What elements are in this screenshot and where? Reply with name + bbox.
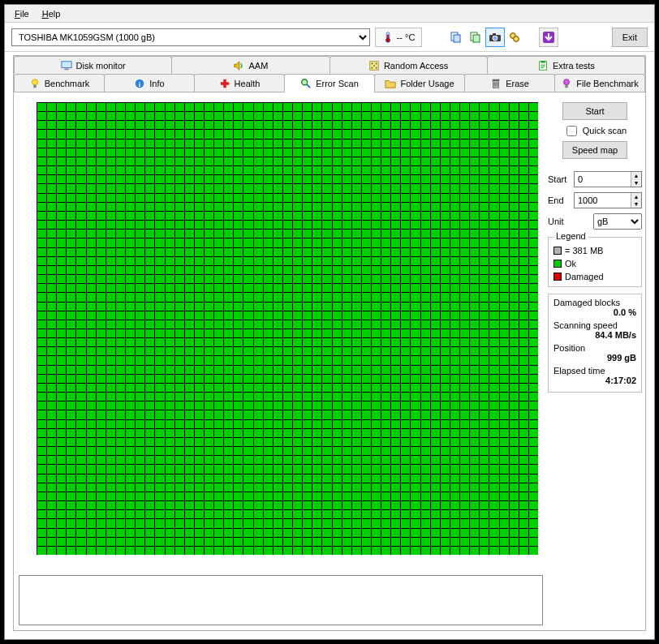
end-input[interactable] bbox=[575, 193, 631, 208]
tab-aam[interactable]: AAM bbox=[171, 56, 330, 74]
svg-rect-16 bbox=[64, 68, 68, 70]
unit-select[interactable]: gB bbox=[593, 213, 642, 230]
tab-body-error-scan: Start Quick scan Speed map Start ▲▼ End bbox=[14, 92, 645, 630]
drive-select[interactable]: TOSHIBA MK1059GSM (1000 gB) bbox=[11, 28, 370, 46]
folder-icon bbox=[385, 78, 396, 89]
tab-frame: Disk monitor AAM Random Access Extra tes… bbox=[13, 55, 646, 631]
legend-ok-label: Ok bbox=[565, 259, 576, 268]
svg-point-12 bbox=[512, 35, 514, 36]
svg-rect-39 bbox=[566, 84, 569, 88]
screenshot-icon[interactable] bbox=[485, 28, 505, 47]
svg-rect-30 bbox=[220, 82, 229, 85]
download-icon[interactable] bbox=[539, 28, 558, 47]
menubar: File Help bbox=[5, 5, 654, 23]
damaged-blocks-value: 0.0 % bbox=[553, 307, 636, 317]
start-input[interactable] bbox=[575, 172, 631, 187]
tab-info[interactable]: i Info bbox=[104, 74, 195, 92]
exit-button[interactable]: Exit bbox=[612, 28, 648, 47]
svg-rect-34 bbox=[493, 79, 500, 80]
log-box bbox=[19, 575, 543, 625]
start-button[interactable]: Start bbox=[562, 102, 627, 120]
speaker-icon bbox=[233, 60, 244, 71]
end-up[interactable]: ▲ bbox=[631, 193, 641, 200]
stats-box: Damaged blocks 0.0 % Scanning speed 84.4… bbox=[548, 294, 642, 393]
tab-extra-tests[interactable]: Extra tests bbox=[487, 56, 645, 74]
tab-row-bottom: Benchmark i Info Health Error Scan Folde… bbox=[14, 74, 645, 92]
speed-map-button[interactable]: Speed map bbox=[562, 141, 627, 159]
legend-block-label: = 381 MB bbox=[565, 246, 603, 255]
tab-row-top: Disk monitor AAM Random Access Extra tes… bbox=[14, 56, 645, 74]
start-spinner[interactable]: ▲▼ bbox=[574, 171, 642, 187]
start-down[interactable]: ▼ bbox=[631, 179, 641, 187]
svg-point-18 bbox=[371, 62, 373, 64]
position-label: Position bbox=[553, 343, 636, 353]
damaged-blocks-label: Damaged blocks bbox=[553, 298, 636, 307]
menu-file[interactable]: File bbox=[10, 7, 34, 20]
svg-point-19 bbox=[376, 62, 377, 64]
bulb-icon bbox=[29, 78, 41, 89]
tab-error-scan[interactable]: Error Scan bbox=[284, 74, 375, 92]
svg-rect-15 bbox=[61, 61, 71, 67]
magnifier-icon bbox=[300, 78, 312, 89]
end-spinner[interactable]: ▲▼ bbox=[574, 192, 642, 208]
svg-point-13 bbox=[515, 38, 517, 40]
copy-disk-icon[interactable] bbox=[466, 28, 485, 47]
svg-rect-2 bbox=[387, 34, 389, 40]
toolbar-icons bbox=[446, 28, 524, 47]
start-up[interactable]: ▲ bbox=[631, 172, 641, 179]
end-label: End bbox=[548, 195, 571, 205]
legend-damaged-label: Damaged bbox=[565, 272, 604, 281]
svg-rect-4 bbox=[454, 35, 460, 42]
scanning-speed-label: Scanning speed bbox=[553, 320, 636, 330]
tab-disk-monitor[interactable]: Disk monitor bbox=[14, 56, 172, 74]
erase-icon bbox=[490, 78, 502, 89]
unit-label: Unit bbox=[548, 217, 571, 226]
info-icon: i bbox=[134, 78, 145, 89]
svg-point-31 bbox=[302, 79, 308, 84]
scan-grid bbox=[37, 102, 538, 555]
toolbar: TOSHIBA MK1059GSM (1000 gB) -- °C Exit bbox=[5, 23, 654, 52]
thermometer-icon bbox=[382, 32, 394, 43]
svg-line-32 bbox=[307, 84, 310, 87]
end-down[interactable]: ▼ bbox=[631, 200, 641, 208]
position-value: 999 gB bbox=[553, 353, 636, 363]
scan-grid-svg bbox=[37, 102, 538, 555]
monitor-icon bbox=[61, 60, 72, 71]
health-cross-icon bbox=[219, 78, 230, 89]
tab-erase[interactable]: Erase bbox=[464, 74, 555, 92]
file-bulb-icon bbox=[561, 78, 572, 89]
tab-file-benchmark[interactable]: File Benchmark bbox=[554, 74, 645, 92]
svg-point-8 bbox=[493, 36, 497, 41]
svg-point-20 bbox=[373, 65, 375, 67]
quick-scan-label: Quick scan bbox=[583, 126, 627, 135]
elapsed-time-label: Elapsed time bbox=[553, 366, 636, 376]
copy-info-icon[interactable] bbox=[446, 28, 466, 47]
tab-health[interactable]: Health bbox=[194, 74, 285, 92]
tab-random-access[interactable]: Random Access bbox=[330, 56, 488, 74]
side-panel: Start Quick scan Speed map Start ▲▼ End bbox=[548, 102, 642, 393]
elapsed-time-value: 4:17:02 bbox=[553, 376, 636, 385]
legend-title: Legend bbox=[553, 231, 588, 241]
svg-rect-26 bbox=[33, 84, 37, 88]
svg-rect-6 bbox=[473, 35, 480, 42]
svg-rect-24 bbox=[541, 60, 545, 62]
temperature-value: -- °C bbox=[397, 32, 416, 42]
random-icon bbox=[368, 60, 380, 71]
legend-box: Legend = 381 MB Ok Damaged bbox=[548, 237, 642, 287]
legend-block-swatch bbox=[553, 247, 562, 255]
svg-rect-9 bbox=[493, 33, 496, 36]
settings-gear-icon[interactable] bbox=[505, 28, 524, 47]
temperature-box: -- °C bbox=[375, 28, 422, 47]
start-label: Start bbox=[548, 174, 571, 184]
svg-point-25 bbox=[32, 79, 37, 84]
tab-benchmark[interactable]: Benchmark bbox=[14, 74, 105, 92]
quick-scan-checkbox[interactable] bbox=[566, 126, 577, 136]
clipboard-icon bbox=[537, 60, 549, 71]
svg-point-38 bbox=[564, 79, 570, 84]
tab-folder-usage[interactable]: Folder Usage bbox=[374, 74, 465, 92]
legend-damaged-swatch bbox=[553, 273, 562, 281]
scanning-speed-value: 84.4 MB/s bbox=[553, 330, 636, 340]
menu-help[interactable]: Help bbox=[37, 7, 66, 20]
svg-point-22 bbox=[376, 67, 377, 68]
legend-ok-swatch bbox=[553, 260, 562, 268]
